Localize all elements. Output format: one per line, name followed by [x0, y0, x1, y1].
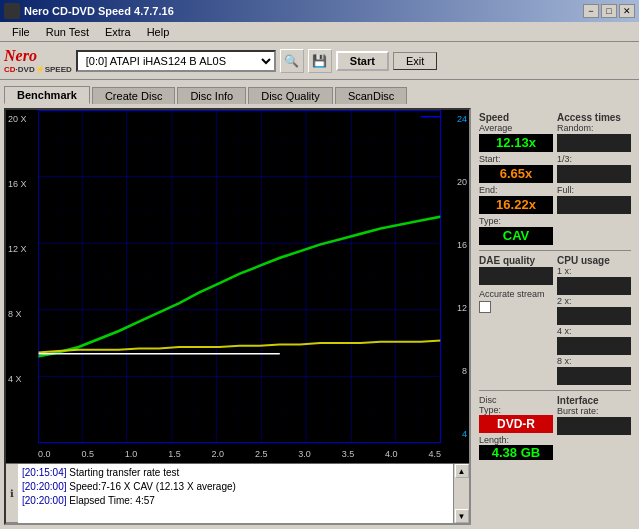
x-label-10: 1.0 [125, 449, 138, 459]
x-label-25: 2.5 [255, 449, 268, 459]
save-icon-button[interactable]: 💾 [308, 49, 332, 73]
x-label-05: 0.5 [81, 449, 94, 459]
x-label-15: 1.5 [168, 449, 181, 459]
full-value [557, 196, 631, 214]
accurate-stream-checkbox[interactable] [479, 301, 491, 313]
y-label-4: 4 X [8, 374, 36, 384]
start-button[interactable]: Start [336, 51, 389, 71]
length-value: 4.38 GB [479, 445, 553, 460]
close-button[interactable]: ✕ [619, 4, 635, 18]
random-value [557, 134, 631, 152]
minimize-button[interactable]: − [583, 4, 599, 18]
access-header: Access times [557, 112, 631, 123]
end-label: End: [479, 185, 553, 195]
burst-label: Burst rate: [557, 406, 631, 416]
start-label: Start: [479, 154, 553, 164]
tab-benchmark[interactable]: Benchmark [4, 86, 90, 104]
log-text-3: Elapsed Time: 4:57 [69, 495, 155, 506]
cpu-dae-section: DAE quality Accurate stream CPU usage 1 … [479, 255, 631, 386]
accurate-stream-label: Accurate stream [479, 289, 553, 299]
maximize-button[interactable]: □ [601, 4, 617, 18]
cpu-header: CPU usage [557, 255, 631, 266]
speed-section: Speed Average 12.13x Start: 6.65x End: 1… [479, 112, 631, 246]
y-right-4: 4 [443, 429, 467, 439]
log-text-1: Starting transfer rate test [69, 467, 179, 478]
app-icon [4, 3, 20, 19]
length-label: Length: [479, 435, 553, 445]
cpu-4x-label: 4 x: [557, 326, 631, 336]
cpu-2x-value [557, 307, 631, 325]
y-right-16: 16 [443, 240, 467, 250]
scroll-down-button[interactable]: ▼ [455, 509, 469, 523]
menubar: File Run Test Extra Help [0, 22, 639, 42]
tab-disc-quality[interactable]: Disc Quality [248, 87, 333, 104]
x-label-40: 4.0 [385, 449, 398, 459]
start-value: 6.65x [479, 165, 553, 183]
cpu-4x-value [557, 337, 631, 355]
exit-button[interactable]: Exit [393, 52, 437, 70]
x-label-0: 0.0 [38, 449, 51, 459]
cpu-8x-label: 8 x: [557, 356, 631, 366]
onethird-value [557, 165, 631, 183]
end-value: 16.22x [479, 196, 553, 214]
average-label: Average [479, 123, 553, 133]
chart-svg [38, 110, 441, 443]
tab-disc-info[interactable]: Disc Info [177, 87, 246, 104]
y-label-20: 20 X [8, 114, 36, 124]
divider-2 [479, 390, 631, 391]
log-header-icon: ℹ [10, 488, 14, 499]
full-label: Full: [557, 185, 631, 195]
y-right-8: 8 [443, 366, 467, 376]
speed-header: Speed [479, 112, 553, 123]
x-label-20: 2.0 [212, 449, 225, 459]
refresh-icon-button[interactable]: 🔍 [280, 49, 304, 73]
tab-create-disc[interactable]: Create Disc [92, 87, 175, 104]
burst-value [557, 417, 631, 435]
y-right-12: 12 [443, 303, 467, 313]
menu-extra[interactable]: Extra [97, 24, 139, 40]
cpu-1x-value [557, 277, 631, 295]
cpu-8x-value [557, 367, 631, 385]
log-line-3: [20:20:00] Elapsed Time: 4:57 [22, 494, 449, 508]
dae-value [479, 267, 553, 285]
disc-interface-section: DiscType: DVD-R Length: 4.38 GB Interfac… [479, 395, 631, 460]
x-label-45: 4.5 [428, 449, 441, 459]
dae-header: DAE quality [479, 255, 553, 266]
log-text-2: Speed:7-16 X CAV (12.13 X average) [69, 481, 236, 492]
titlebar-title: Nero CD-DVD Speed 4.7.7.16 [4, 3, 174, 19]
cpu-2x-label: 2 x: [557, 296, 631, 306]
y-label-12: 12 X [8, 244, 36, 254]
tabs: Benchmark Create Disc Disc Info Disc Qua… [0, 80, 639, 104]
nero-logo: Nero CD ·DVD ⚡SPEED [4, 47, 72, 74]
titlebar: Nero CD-DVD Speed 4.7.7.16 − □ ✕ [0, 0, 639, 22]
drive-select[interactable]: [0:0] ATAPI iHAS124 B AL0S [76, 50, 276, 72]
log-timestamp-3: [20:20:00] [22, 495, 66, 506]
toolbar: Nero CD ·DVD ⚡SPEED [0:0] ATAPI iHAS124 … [0, 42, 639, 80]
log-timestamp-2: [20:20:00] [22, 481, 66, 492]
chart-container: 20 X 16 X 12 X 8 X 4 X [4, 108, 471, 525]
log-content: [20:15:04] Starting transfer rate test [… [18, 464, 453, 523]
y-right-20: 20 [443, 177, 467, 187]
right-panel: Speed Average 12.13x Start: 6.65x End: 1… [475, 108, 635, 525]
main-content: 20 X 16 X 12 X 8 X 4 X [0, 104, 639, 529]
disc-type-badge: DVD-R [479, 415, 553, 433]
log-line-2: [20:20:00] Speed:7-16 X CAV (12.13 X ave… [22, 480, 449, 494]
x-label-35: 3.5 [342, 449, 355, 459]
y-label-8: 8 X [8, 309, 36, 319]
menu-file[interactable]: File [4, 24, 38, 40]
onethird-label: 1/3: [557, 154, 631, 164]
log-line-1: [20:15:04] Starting transfer rate test [22, 466, 449, 480]
x-label-30: 3.0 [298, 449, 311, 459]
y-right-24: 24 [443, 114, 467, 124]
scroll-up-button[interactable]: ▲ [455, 464, 469, 478]
menu-run-test[interactable]: Run Test [38, 24, 97, 40]
type-label: Type: [479, 216, 553, 226]
x-axis: 0.0 0.5 1.0 1.5 2.0 2.5 3.0 3.5 4.0 4.5 [38, 449, 441, 459]
tab-scandisc[interactable]: ScanDisc [335, 87, 407, 104]
interface-header: Interface [557, 395, 631, 406]
log-scrollbar[interactable]: ▲ ▼ [453, 464, 469, 523]
random-label: Random: [557, 123, 631, 133]
titlebar-controls: − □ ✕ [583, 4, 635, 18]
menu-help[interactable]: Help [139, 24, 178, 40]
type-value: CAV [479, 227, 553, 245]
